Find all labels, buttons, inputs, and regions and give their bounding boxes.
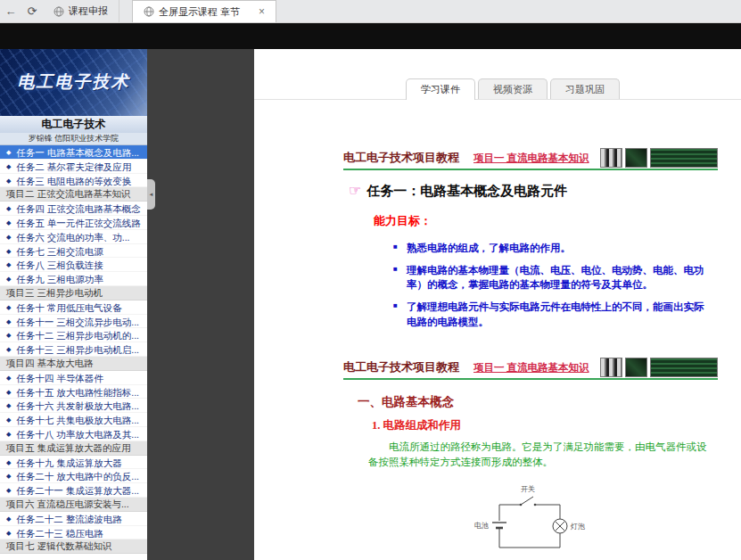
nav-item[interactable]: ◆ 任务九 三相电源功率 (0, 272, 147, 286)
nav-item[interactable]: ◆ 任务二十二 整流滤波电路 (0, 512, 147, 526)
lamp-label: 灯泡 (570, 523, 585, 531)
circuit-photo-thumbnail (600, 148, 622, 168)
nav-item-label: 任务二十二 整流滤波电路 (16, 513, 121, 523)
sidebar-collapse-handle[interactable]: ◄ (147, 179, 155, 210)
nav-item[interactable]: ◆ 任务七 三相交流电源 (0, 244, 147, 259)
nav-item-label: 项目七 逻辑代数基础知识 (6, 540, 111, 551)
square-bullet-icon: ■ (393, 301, 398, 311)
nav-item[interactable]: ◆ 任务二十一 集成运算放大器... (0, 483, 147, 498)
refresh-icon[interactable]: ⟳ (21, 0, 43, 22)
goal-bullet: ■ 理解电路的基本物理量（电流、电压、电位、电动势、电能、电功率）的概念，掌握电… (393, 263, 712, 292)
nav-item[interactable]: ◆ 项目三 三相异步电动机 (0, 286, 147, 301)
nav-item-label: 任务十 常用低压电气设备 (16, 301, 121, 312)
content-tabbar: 学习课件 视频资源 习题巩固 (254, 78, 741, 100)
nav-item-label: 任务十六 共发射极放大电路... (16, 400, 139, 411)
diamond-bullet-icon: ◆ (6, 346, 11, 352)
diamond-bullet-icon: ◆ (6, 248, 11, 254)
tab-courseware[interactable]: 学习课件 (406, 78, 475, 100)
nav-item[interactable]: ◆ 任务十八 功率放大电路及其... (0, 427, 147, 441)
nav-item-label: 任务六 交流电的功率、功... (16, 231, 129, 242)
browser-tab-course-declare[interactable]: 课程申报 (43, 0, 119, 22)
tab-video-resources[interactable]: 视频资源 (478, 78, 548, 99)
slide-project-title: 项目一 直流电路基本知识 (473, 152, 589, 165)
diamond-bullet-icon: ◆ (6, 149, 11, 155)
main-content-area: 学习课件 视频资源 习题巩固 电工电子技术项目教程 项目一 直流电路基本知识 (147, 49, 741, 560)
nav-item[interactable]: ◆ 任务十一 三相交流异步电动... (0, 315, 147, 329)
circuit-photo-thumbnail (625, 358, 647, 377)
nav-item[interactable]: ◆ 项目二 正弦交流电路基本知识 (0, 187, 147, 202)
page-body: 电工电子技术 电工电子技术 罗锦锋 信阳职业技术学院 ◆ 任务一 电路基本概念及… (0, 49, 741, 560)
diamond-bullet-icon: ◆ (6, 515, 11, 522)
diamond-bullet-icon: ◆ (6, 219, 11, 226)
nav-item-label: 项目三 三相异步电动机 (6, 287, 103, 298)
nav-item[interactable]: ◆ 任务二 基尔霍夫定律及应用 (0, 160, 147, 174)
globe-icon (144, 6, 154, 17)
goal-bullet-text: 了解理想电路元件与实际电路元件在电特性上的不同，能画出实际电路的电路模型。 (407, 301, 704, 327)
nav-item-label: 任务二十三 稳压电路 (16, 527, 103, 538)
course-banner-image: 电工电子技术 (0, 49, 147, 116)
tab-exercises[interactable]: 习题巩固 (550, 78, 620, 99)
nav-item-label: 任务五 单一元件正弦交流线路 (16, 217, 140, 227)
nav-item[interactable]: ◆ 任务十五 放大电路性能指标... (0, 385, 147, 399)
diamond-bullet-icon: ◆ (6, 459, 11, 465)
nav-item[interactable]: ◆ 任务十七 共集电极放大电路... (0, 413, 147, 427)
nav-item[interactable]: ◆ 任务二十三 稳压电路 (0, 526, 147, 540)
nav-item[interactable]: ◆ 任务二十 放大电路中的负反... (0, 469, 147, 483)
switch-label: 开关 (521, 485, 535, 493)
circuit-photo-thumbnail (600, 358, 622, 377)
slide-2: 电工电子技术项目教程 项目一 直流电路基本知识 一、电路基本概念 1. 电路组成… (343, 357, 718, 560)
diamond-bullet-icon: ◆ (6, 318, 11, 325)
subsection-title: 1. 电路组成和作用 (372, 418, 718, 433)
nav-item-label: 任务十八 功率放大电路及其... (16, 428, 139, 439)
circuit-photo-thumbnail (650, 358, 718, 377)
nav-item[interactable]: ◆ 任务十二 三相异步电动机的... (0, 328, 147, 342)
header-photo-strip (600, 358, 718, 377)
diamond-bullet-icon: ◆ (6, 530, 11, 536)
nav-item[interactable]: ◆ 项目五 集成运算放大器的应用 (0, 441, 147, 456)
instructor-line: 罗锦锋 信阳职业技术学院 (0, 133, 147, 145)
nav-item[interactable]: ◆ 任务八 三相负载连接 (0, 258, 147, 272)
circuit-diagram: 开关 电池 灯 (343, 482, 718, 560)
nav-item[interactable]: ◆ 任务四 正弦交流电路基本概念 (0, 202, 147, 216)
nav-item-label: 任务一 电路基本概念及电路... (16, 147, 139, 158)
nav-item[interactable]: ◆ 项目七 逻辑代数基础知识 (0, 539, 147, 554)
diamond-bullet-icon: ◆ (6, 487, 11, 493)
back-icon[interactable]: ← (0, 0, 21, 22)
diamond-bullet-icon: ◆ (6, 332, 11, 338)
nav-item[interactable]: ◆ 任务一 电路基本概念及电路... (0, 145, 147, 160)
nav-item[interactable]: ◆ 任务十四 半导体器件 (0, 371, 147, 385)
nav-item[interactable]: ◆ 任务十三 三相异步电动机启... (0, 342, 147, 357)
nav-item-label: 任务二 基尔霍夫定律及应用 (16, 161, 131, 171)
goal-bullet-text: 熟悉电路的组成，了解电路的作用。 (407, 243, 571, 253)
diamond-bullet-icon: ◆ (6, 234, 11, 240)
task-title-text: 任务一：电路基本概念及电路元件 (366, 183, 567, 198)
ability-goal-label: 能力目标： (374, 213, 718, 229)
browser-tab-fullscreen-course[interactable]: 全屏显示课程 章节 × (132, 0, 276, 22)
nav-item[interactable]: ◆ 任务六 交流电的功率、功... (0, 230, 147, 244)
nav-item-label: 任务十九 集成运算放大器 (16, 457, 121, 467)
nav-item[interactable]: ◆ 任务三 电阻电路的等效变换 (0, 174, 147, 188)
nav-item[interactable]: ◆ 任务十 常用低压电气设备 (0, 301, 147, 315)
nav-item[interactable]: ◆ 任务五 单一元件正弦交流线路 (0, 216, 147, 230)
square-bullet-icon: ■ (393, 264, 398, 275)
body-paragraph: 电流所通过的路径称为电路。它是为了满足功能需要，由电气器件或设备按照某种特定方式… (368, 440, 709, 471)
nav-item-label: 任务十一 三相交流异步电动... (16, 316, 139, 326)
globe-icon (54, 6, 64, 17)
diamond-bullet-icon: ◆ (6, 431, 11, 437)
nav-item-label: 项目二 正弦交流电路基本知识 (6, 188, 130, 199)
battery-label: 电池 (474, 522, 489, 530)
nav-item[interactable]: ◆ 项目六 直流稳压电源安装与... (0, 498, 147, 512)
goal-bullet-text: 理解电路的基本物理量（电流、电压、电位、电动势、电能、电功率）的概念，掌握电路的… (407, 265, 704, 291)
diamond-bullet-icon: ◆ (6, 304, 11, 310)
slide-task-title: ☞任务一：电路基本概念及电路元件 (349, 182, 718, 200)
nav-item[interactable]: ◆ 项目四 基本放大电路 (0, 357, 147, 371)
slide-header: 电工电子技术项目教程 项目一 直流电路基本知识 (343, 147, 718, 170)
diamond-bullet-icon: ◆ (6, 375, 11, 381)
close-icon[interactable]: × (259, 6, 265, 17)
diamond-bullet-icon: ◆ (6, 473, 11, 479)
nav-item-label: 任务十三 三相异步电动机启... (16, 344, 139, 355)
nav-item[interactable]: ◆ 任务十九 集成运算放大器 (0, 456, 147, 470)
pointing-hand-icon: ☞ (349, 183, 361, 198)
nav-item[interactable]: ◆ 任务十六 共发射极放大电路... (0, 399, 147, 413)
diamond-bullet-icon: ◆ (6, 402, 11, 408)
